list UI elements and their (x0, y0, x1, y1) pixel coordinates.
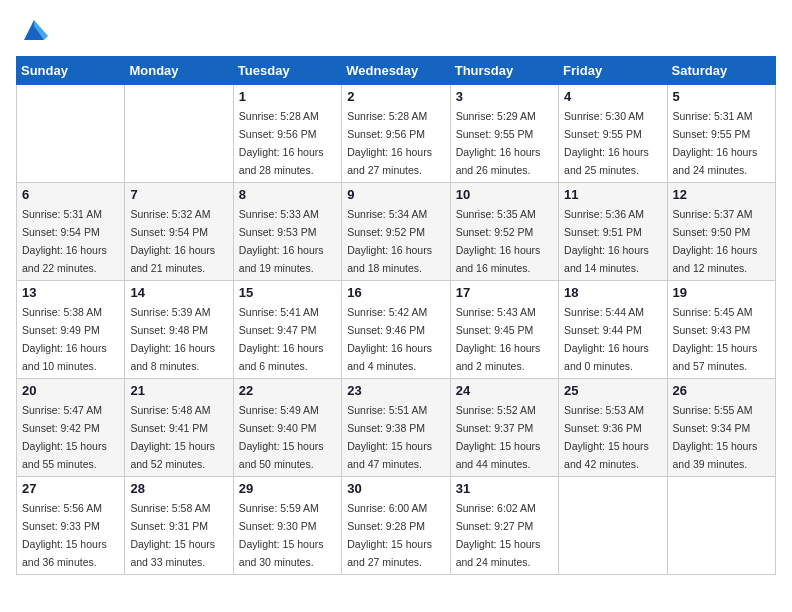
calendar-cell: 19Sunrise: 5:45 AMSunset: 9:43 PMDayligh… (667, 281, 775, 379)
calendar-week-2: 6Sunrise: 5:31 AMSunset: 9:54 PMDaylight… (17, 183, 776, 281)
day-info: Sunrise: 5:28 AMSunset: 9:56 PMDaylight:… (239, 110, 324, 176)
day-info: Sunrise: 5:52 AMSunset: 9:37 PMDaylight:… (456, 404, 541, 470)
day-info: Sunrise: 5:51 AMSunset: 9:38 PMDaylight:… (347, 404, 432, 470)
day-info: Sunrise: 6:02 AMSunset: 9:27 PMDaylight:… (456, 502, 541, 568)
day-number: 3 (456, 89, 553, 104)
weekday-header-monday: Monday (125, 57, 233, 85)
calendar-cell: 20Sunrise: 5:47 AMSunset: 9:42 PMDayligh… (17, 379, 125, 477)
calendar-week-1: 1Sunrise: 5:28 AMSunset: 9:56 PMDaylight… (17, 85, 776, 183)
calendar-cell: 13Sunrise: 5:38 AMSunset: 9:49 PMDayligh… (17, 281, 125, 379)
day-info: Sunrise: 5:31 AMSunset: 9:55 PMDaylight:… (673, 110, 758, 176)
page-header (16, 16, 776, 44)
calendar-cell (17, 85, 125, 183)
calendar-table: SundayMondayTuesdayWednesdayThursdayFrid… (16, 56, 776, 575)
calendar-cell: 8Sunrise: 5:33 AMSunset: 9:53 PMDaylight… (233, 183, 341, 281)
day-info: Sunrise: 5:56 AMSunset: 9:33 PMDaylight:… (22, 502, 107, 568)
calendar-cell (559, 477, 667, 575)
day-info: Sunrise: 5:31 AMSunset: 9:54 PMDaylight:… (22, 208, 107, 274)
calendar-cell: 7Sunrise: 5:32 AMSunset: 9:54 PMDaylight… (125, 183, 233, 281)
calendar-cell: 11Sunrise: 5:36 AMSunset: 9:51 PMDayligh… (559, 183, 667, 281)
day-number: 14 (130, 285, 227, 300)
logo-icon (20, 16, 48, 44)
day-number: 16 (347, 285, 444, 300)
calendar-cell: 3Sunrise: 5:29 AMSunset: 9:55 PMDaylight… (450, 85, 558, 183)
calendar-cell: 1Sunrise: 5:28 AMSunset: 9:56 PMDaylight… (233, 85, 341, 183)
calendar-cell: 2Sunrise: 5:28 AMSunset: 9:56 PMDaylight… (342, 85, 450, 183)
day-info: Sunrise: 5:30 AMSunset: 9:55 PMDaylight:… (564, 110, 649, 176)
day-info: Sunrise: 5:39 AMSunset: 9:48 PMDaylight:… (130, 306, 215, 372)
day-info: Sunrise: 5:28 AMSunset: 9:56 PMDaylight:… (347, 110, 432, 176)
calendar-cell: 30Sunrise: 6:00 AMSunset: 9:28 PMDayligh… (342, 477, 450, 575)
day-number: 28 (130, 481, 227, 496)
day-info: Sunrise: 5:41 AMSunset: 9:47 PMDaylight:… (239, 306, 324, 372)
calendar-week-4: 20Sunrise: 5:47 AMSunset: 9:42 PMDayligh… (17, 379, 776, 477)
calendar-cell: 27Sunrise: 5:56 AMSunset: 9:33 PMDayligh… (17, 477, 125, 575)
day-number: 26 (673, 383, 770, 398)
calendar-cell: 5Sunrise: 5:31 AMSunset: 9:55 PMDaylight… (667, 85, 775, 183)
weekday-header-sunday: Sunday (17, 57, 125, 85)
calendar-cell (667, 477, 775, 575)
weekday-header-friday: Friday (559, 57, 667, 85)
calendar-cell: 16Sunrise: 5:42 AMSunset: 9:46 PMDayligh… (342, 281, 450, 379)
day-info: Sunrise: 6:00 AMSunset: 9:28 PMDaylight:… (347, 502, 432, 568)
calendar-cell: 23Sunrise: 5:51 AMSunset: 9:38 PMDayligh… (342, 379, 450, 477)
calendar-cell: 21Sunrise: 5:48 AMSunset: 9:41 PMDayligh… (125, 379, 233, 477)
calendar-cell: 28Sunrise: 5:58 AMSunset: 9:31 PMDayligh… (125, 477, 233, 575)
day-number: 5 (673, 89, 770, 104)
day-number: 7 (130, 187, 227, 202)
calendar-cell: 12Sunrise: 5:37 AMSunset: 9:50 PMDayligh… (667, 183, 775, 281)
day-info: Sunrise: 5:45 AMSunset: 9:43 PMDaylight:… (673, 306, 758, 372)
calendar-cell (125, 85, 233, 183)
day-info: Sunrise: 5:47 AMSunset: 9:42 PMDaylight:… (22, 404, 107, 470)
day-number: 9 (347, 187, 444, 202)
day-number: 19 (673, 285, 770, 300)
day-number: 4 (564, 89, 661, 104)
logo (16, 16, 48, 44)
calendar-cell: 10Sunrise: 5:35 AMSunset: 9:52 PMDayligh… (450, 183, 558, 281)
day-number: 20 (22, 383, 119, 398)
calendar-cell: 25Sunrise: 5:53 AMSunset: 9:36 PMDayligh… (559, 379, 667, 477)
day-number: 18 (564, 285, 661, 300)
day-number: 8 (239, 187, 336, 202)
day-number: 11 (564, 187, 661, 202)
day-number: 27 (22, 481, 119, 496)
day-info: Sunrise: 5:38 AMSunset: 9:49 PMDaylight:… (22, 306, 107, 372)
weekday-header-thursday: Thursday (450, 57, 558, 85)
calendar-cell: 14Sunrise: 5:39 AMSunset: 9:48 PMDayligh… (125, 281, 233, 379)
day-info: Sunrise: 5:36 AMSunset: 9:51 PMDaylight:… (564, 208, 649, 274)
weekday-header-saturday: Saturday (667, 57, 775, 85)
calendar-cell: 26Sunrise: 5:55 AMSunset: 9:34 PMDayligh… (667, 379, 775, 477)
calendar-week-5: 27Sunrise: 5:56 AMSunset: 9:33 PMDayligh… (17, 477, 776, 575)
calendar-cell: 24Sunrise: 5:52 AMSunset: 9:37 PMDayligh… (450, 379, 558, 477)
calendar-cell: 17Sunrise: 5:43 AMSunset: 9:45 PMDayligh… (450, 281, 558, 379)
calendar-cell: 29Sunrise: 5:59 AMSunset: 9:30 PMDayligh… (233, 477, 341, 575)
day-number: 24 (456, 383, 553, 398)
day-number: 30 (347, 481, 444, 496)
calendar-cell: 9Sunrise: 5:34 AMSunset: 9:52 PMDaylight… (342, 183, 450, 281)
day-info: Sunrise: 5:58 AMSunset: 9:31 PMDaylight:… (130, 502, 215, 568)
day-number: 23 (347, 383, 444, 398)
calendar-cell: 6Sunrise: 5:31 AMSunset: 9:54 PMDaylight… (17, 183, 125, 281)
calendar-cell: 4Sunrise: 5:30 AMSunset: 9:55 PMDaylight… (559, 85, 667, 183)
day-info: Sunrise: 5:43 AMSunset: 9:45 PMDaylight:… (456, 306, 541, 372)
day-info: Sunrise: 5:55 AMSunset: 9:34 PMDaylight:… (673, 404, 758, 470)
day-number: 1 (239, 89, 336, 104)
day-info: Sunrise: 5:59 AMSunset: 9:30 PMDaylight:… (239, 502, 324, 568)
day-number: 17 (456, 285, 553, 300)
day-number: 6 (22, 187, 119, 202)
weekday-header-wednesday: Wednesday (342, 57, 450, 85)
day-number: 12 (673, 187, 770, 202)
day-info: Sunrise: 5:34 AMSunset: 9:52 PMDaylight:… (347, 208, 432, 274)
day-info: Sunrise: 5:37 AMSunset: 9:50 PMDaylight:… (673, 208, 758, 274)
weekday-header-row: SundayMondayTuesdayWednesdayThursdayFrid… (17, 57, 776, 85)
day-info: Sunrise: 5:29 AMSunset: 9:55 PMDaylight:… (456, 110, 541, 176)
day-number: 25 (564, 383, 661, 398)
day-number: 15 (239, 285, 336, 300)
calendar-week-3: 13Sunrise: 5:38 AMSunset: 9:49 PMDayligh… (17, 281, 776, 379)
day-info: Sunrise: 5:48 AMSunset: 9:41 PMDaylight:… (130, 404, 215, 470)
day-info: Sunrise: 5:44 AMSunset: 9:44 PMDaylight:… (564, 306, 649, 372)
calendar-cell: 22Sunrise: 5:49 AMSunset: 9:40 PMDayligh… (233, 379, 341, 477)
day-info: Sunrise: 5:53 AMSunset: 9:36 PMDaylight:… (564, 404, 649, 470)
day-number: 13 (22, 285, 119, 300)
calendar-cell: 15Sunrise: 5:41 AMSunset: 9:47 PMDayligh… (233, 281, 341, 379)
